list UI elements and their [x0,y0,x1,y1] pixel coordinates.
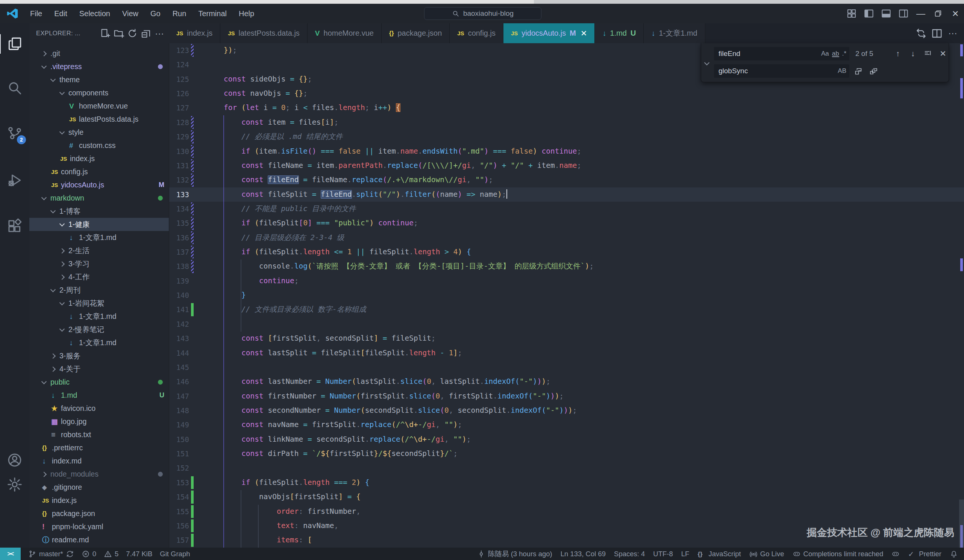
menu-edit[interactable]: Edit [48,10,73,18]
customize-layout-icon[interactable] [846,8,857,19]
tree-item-index.md[interactable]: ↓index.md [29,454,169,467]
preserve-case-icon[interactable]: AB [838,67,846,75]
code-line-155[interactable]: 155 order: firstNumber, [169,505,964,519]
activity-scm-icon[interactable]: 2 [0,123,29,143]
code-line-141[interactable]: 141 // 文件或目录必须以 数字-名称组成 [169,302,964,317]
status-encoding[interactable]: UTF-8 [653,550,673,558]
toggle-panel-icon[interactable] [881,8,892,19]
whole-word-icon[interactable]: ab [832,51,839,57]
status-warnings[interactable]: 5 [104,550,119,558]
menu-selection[interactable]: Selection [73,10,116,18]
tree-item-.gitignore[interactable]: ◆.gitignore [29,481,169,494]
close-find-icon[interactable]: ✕ [937,48,949,59]
regex-icon[interactable]: .* [842,50,846,57]
open-changes-icon[interactable] [915,28,927,39]
code-line-150[interactable]: 150 const linkName = secondSplit.replace… [169,432,964,446]
code-line-147[interactable]: 147 const firstNumber = Number(firstSpli… [169,389,964,403]
tree-item-1.md[interactable]: ↓1.mdU [29,389,169,402]
code-line-151[interactable]: 151 const dirPath = `/${firstSplit}/${se… [169,446,964,461]
toggle-secondary-sidebar-icon[interactable] [898,8,909,19]
tree-item-2-周刊[interactable]: 2-周刊 [29,284,169,297]
activity-search-icon[interactable] [0,78,29,97]
status-notifications[interactable] [950,550,958,558]
match-case-icon[interactable]: Aa [821,50,829,57]
status-copilot-status[interactable]: Completions limit reached [793,550,884,558]
code-line-152[interactable]: 152 [169,461,964,475]
tree-item-style[interactable]: style [29,126,169,139]
tree-item-node_modules[interactable]: node_modules [29,467,169,481]
tree-item-index.js[interactable]: JSindex.js [29,494,169,507]
code-line-129[interactable]: 129 // 必须是以 .md 结尾的文件 [169,130,964,144]
status-go-live[interactable]: Go Live [749,550,784,558]
tab-1-文章1.md[interactable]: ↓1-文章1.md [644,23,705,43]
status-file-size[interactable]: 7.47 KiB [126,550,152,558]
menu-file[interactable]: File [24,10,48,18]
code-line-127[interactable]: 127for (let i = 0; i < files.length; i++… [169,101,964,115]
status-copilot-icon[interactable] [891,550,900,558]
command-center-search[interactable]: baoxiaohui-blog [424,7,541,20]
activity-debug-icon[interactable] [0,170,29,190]
explorer-more-icon[interactable]: ··· [154,28,165,39]
tree-item-components[interactable]: components [29,86,169,99]
status-prettier[interactable]: ✓Prettier [908,550,941,558]
find-input[interactable]: fileEnd Aa ab .* [714,47,849,60]
previous-match-icon[interactable]: ↑ [892,48,904,59]
tab-yidocsAuto.js[interactable]: JSyidocsAuto.jsM✕ [503,23,595,43]
explorer-new-file-icon[interactable] [99,28,111,39]
code-line-131[interactable]: 131 const fileName = item.parentPath.rep… [169,159,964,173]
editor-more-actions-icon[interactable]: ··· [947,28,959,39]
activity-files-icon[interactable] [0,34,29,54]
code-line-126[interactable]: 126const navObjs = {}; [169,86,964,101]
code-line-138[interactable]: 138 console.log(`请按照 【分类-文章】 或者 【分类-[项目]… [169,259,964,273]
code-line-135[interactable]: 135 if (fileSplit[0] === "public") conti… [169,216,964,230]
tree-item-config.js[interactable]: JSconfig.js [29,165,169,179]
tree-item-favicon.ico[interactable]: ★favicon.ico [29,402,169,415]
menu-help[interactable]: Help [233,10,260,18]
tree-item-3-学习[interactable]: 3-学习 [29,257,169,270]
code-line-146[interactable]: 146 const lastNumber = Number(lastSplit.… [169,375,964,389]
code-line-149[interactable]: 149 const navName = firstSplit.replace(/… [169,418,964,432]
code-editor[interactable]: 123});124125const sideObjs = {};126const… [169,43,964,548]
tree-item-custom.css[interactable]: #custom.css [29,139,169,152]
status-cursor-position[interactable]: Ln 133, Col 69 [560,550,606,558]
replace-all-icon[interactable] [868,65,879,76]
tree-item-1-岩间花絮[interactable]: 1-岩间花絮 [29,297,169,310]
replace-input[interactable]: globSync AB [714,64,849,78]
code-line-128[interactable]: 128 const item = files[i]; [169,115,964,130]
status-language-mode[interactable]: {}JavaScript [697,550,741,558]
code-line-133[interactable]: 133 const fileSplit = fileEnd.split("/")… [169,187,964,202]
tree-item-pnpm-lock.yaml[interactable]: !pnpm-lock.yaml [29,520,169,533]
tree-item-.prettierrc[interactable]: {}.prettierrc [29,442,169,454]
status-git-branch[interactable]: master* [28,550,74,558]
find-in-selection-icon[interactable] [922,48,933,59]
code-line-154[interactable]: 154 navObjs[firstSplit] = { [169,490,964,504]
tree-item-4-工作[interactable]: 4-工作 [29,270,169,284]
tree-item-3-服务[interactable]: 3-服务 [29,349,169,362]
tree-item-markdown[interactable]: markdown [29,192,169,205]
code-line-144[interactable]: 144 const lastSplit = fileSplit[fileSpli… [169,346,964,360]
code-line-142[interactable]: 142 [169,317,964,331]
explorer-collapse-icon[interactable] [140,28,151,39]
status-indentation[interactable]: Spaces: 4 [614,550,645,558]
code-line-130[interactable]: 130 if (item.isFile() === false || item.… [169,144,964,159]
menu-run[interactable]: Run [166,10,192,18]
explorer-new-folder-icon[interactable] [113,28,124,39]
tree-item-4-关于[interactable]: 4-关于 [29,362,169,376]
menu-view[interactable]: View [116,10,144,18]
tree-item-robots.txt[interactable]: ≡robots.txt [29,428,169,442]
tree-item-index.js[interactable]: JSindex.js [29,152,169,165]
status-errors[interactable]: 0 [81,550,96,558]
status-blame-annotation[interactable]: 陈随易 (3 hours ago) [477,549,552,558]
tree-item-1-健康[interactable]: 1-健康 [29,218,169,231]
minimize-button[interactable]: — [912,4,930,23]
next-match-icon[interactable]: ↓ [907,48,918,59]
menu-go[interactable]: Go [144,10,166,18]
restore-button[interactable] [930,4,947,23]
code-line-145[interactable]: 145 [169,360,964,375]
tab-config.js[interactable]: JSconfig.js [449,23,503,43]
activity-gear-icon[interactable] [0,475,29,494]
tree-item-1-文章1.md[interactable]: ↓1-文章1.md [29,231,169,244]
tree-item-2-慢养笔记[interactable]: 2-慢养笔记 [29,323,169,336]
tree-item-logo.jpg[interactable]: ▦logo.jpg [29,415,169,428]
status-eol[interactable]: LF [681,550,690,558]
